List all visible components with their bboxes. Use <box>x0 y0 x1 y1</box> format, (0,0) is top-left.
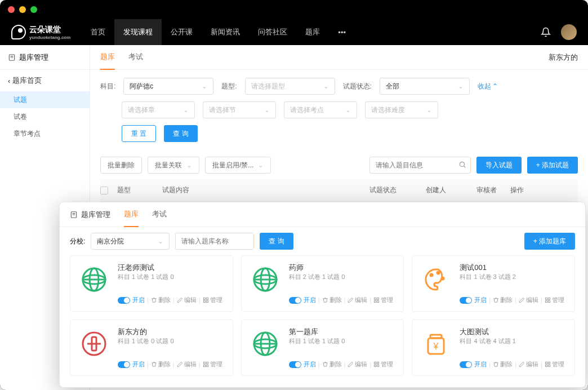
toggle-on[interactable] <box>289 297 301 304</box>
card-edit[interactable]: 编辑 <box>348 296 367 304</box>
toggle-on[interactable] <box>289 361 301 368</box>
batch-link-select[interactable]: 批量关联 ⌄ <box>148 157 199 174</box>
branch-label: 分校: <box>70 237 85 246</box>
nav-item-1[interactable]: 发现课程 <box>114 19 162 45</box>
sidebar-item-2[interactable]: 章节考点 <box>0 125 90 142</box>
add-question-button[interactable]: + 添加试题 <box>527 157 578 174</box>
batch-toggle-select[interactable]: 批量启用/禁... ⌄ <box>205 157 271 174</box>
nav-item-3[interactable]: 新闻资讯 <box>202 19 249 45</box>
card-delete[interactable]: 删除 <box>322 360 342 369</box>
card-edit[interactable]: 编辑 <box>348 360 367 369</box>
bank-card[interactable]: ¥大图测试科目 4 试卷 4 试题 1开启|删除|编辑|管理 <box>412 320 575 376</box>
nav-item-4[interactable]: 问答社区 <box>249 19 296 45</box>
difficulty-select[interactable]: 请选择难度⌄ <box>365 101 438 118</box>
card-meta: 科目 1 试卷 1 试题 0 <box>289 337 397 345</box>
svg-rect-46 <box>377 365 379 366</box>
close-icon[interactable] <box>8 6 15 13</box>
svg-rect-13 <box>203 298 205 299</box>
nav-item-2[interactable]: 公开课 <box>162 19 202 45</box>
sidebar-item-0[interactable]: 试题 <box>0 91 90 108</box>
card-manage[interactable]: 管理 <box>373 360 393 369</box>
nav-item-5[interactable]: 题库 <box>296 19 329 45</box>
card-delete[interactable]: 删除 <box>322 296 342 304</box>
front-query-button[interactable]: 查 询 <box>260 233 293 250</box>
subject-select[interactable]: 阿萨德c⌄ <box>123 78 213 95</box>
front-tab-1[interactable]: 考试 <box>152 202 167 227</box>
svg-line-4 <box>464 166 465 168</box>
card-actions: 开启|删除|编辑|管理 <box>289 360 397 369</box>
reset-button[interactable]: 重 置 <box>122 125 156 142</box>
bank-name-input[interactable] <box>175 233 254 250</box>
card-manage[interactable]: 管理 <box>203 360 222 369</box>
card-title: 测试001 <box>460 263 568 273</box>
bank-card[interactable]: 汪老师测试科目 1 试卷 1 试题 0开启|删除|编辑|管理 <box>70 255 233 312</box>
chapter-select[interactable]: 请选择章⌄ <box>122 101 195 118</box>
sidebar-back[interactable]: ‹ 题库首页 <box>0 70 90 91</box>
svg-rect-23 <box>375 300 376 302</box>
search-input[interactable] <box>369 157 471 174</box>
add-bank-button[interactable]: + 添加题库 <box>524 233 575 250</box>
front-tab-0[interactable]: 题库 <box>124 202 139 227</box>
status-label: 试题状态: <box>343 82 372 91</box>
avatar[interactable] <box>561 24 577 40</box>
status-select[interactable]: 全部⌄ <box>380 78 470 95</box>
type-select[interactable]: 请选择题型⌄ <box>245 78 335 95</box>
card-meta: 科目 2 试卷 1 试题 0 <box>289 273 397 281</box>
card-icon <box>77 263 111 296</box>
toggle-on[interactable] <box>460 297 472 304</box>
card-title: 汪老师测试 <box>118 263 226 273</box>
nav-more[interactable]: ••• <box>329 19 355 45</box>
card-delete[interactable]: 删除 <box>493 296 513 304</box>
toggle-on[interactable] <box>118 297 130 304</box>
svg-rect-30 <box>545 300 547 302</box>
section-select[interactable]: 请选择节⌄ <box>203 101 276 118</box>
card-actions: 开启|删除|编辑|管理 <box>460 296 568 304</box>
maximize-icon[interactable] <box>30 6 37 13</box>
card-manage[interactable]: 管理 <box>203 296 222 304</box>
card-manage[interactable]: 管理 <box>373 296 393 304</box>
bank-card[interactable]: 第一题库科目 1 试卷 1 试题 0开启|删除|编辑|管理 <box>241 320 404 376</box>
import-button[interactable]: 导入试题 <box>476 157 522 174</box>
point-select[interactable]: 请选择考点⌄ <box>284 101 357 118</box>
toolbar: 批量删除 批量关联 ⌄ 批量启用/禁... ⌄ 导入试题 + 添加试题 <box>90 157 588 179</box>
bell-icon[interactable] <box>541 27 551 37</box>
nav-item-0[interactable]: 首页 <box>82 19 114 45</box>
bank-card[interactable]: 测试001科目 1 试卷 3 试题 2开启|删除|编辑|管理 <box>412 255 575 312</box>
svg-text:¥: ¥ <box>433 342 439 351</box>
card-edit[interactable]: 编辑 <box>177 296 197 304</box>
svg-rect-28 <box>545 298 547 299</box>
card-delete[interactable]: 删除 <box>151 296 171 304</box>
card-delete[interactable]: 删除 <box>151 360 171 369</box>
toggle-on[interactable] <box>118 361 130 368</box>
card-edit[interactable]: 编辑 <box>519 360 538 369</box>
select-all-checkbox[interactable] <box>100 187 108 194</box>
logo-icon <box>11 25 26 39</box>
minimize-icon[interactable] <box>19 6 26 13</box>
sidebar-item-1[interactable]: 试卷 <box>0 108 90 125</box>
card-edit[interactable]: 编辑 <box>519 296 538 304</box>
batch-delete-button[interactable]: 批量删除 <box>100 157 142 174</box>
search-icon[interactable] <box>458 161 466 169</box>
current-bank-name: 新东方的 <box>549 52 578 63</box>
card-meta: 科目 1 试卷 0 试题 0 <box>118 337 226 345</box>
tab-0[interactable]: 题库 <box>100 45 115 70</box>
collapse-link[interactable]: 收起 ⌃ <box>478 82 498 91</box>
bank-card[interactable]: 新东方的科目 1 试卷 0 试题 0开启|删除|编辑|管理 <box>70 320 233 376</box>
svg-rect-15 <box>203 300 205 302</box>
branch-select[interactable]: 南京分院⌄ <box>91 233 170 250</box>
card-manage[interactable]: 管理 <box>545 360 564 369</box>
nav: 首页发现课程公开课新闻资讯问答社区题库 <box>82 19 329 45</box>
card-edit[interactable]: 编辑 <box>177 360 197 369</box>
card-icon <box>248 327 282 361</box>
svg-rect-22 <box>377 298 379 299</box>
bank-card[interactable]: 药师科目 2 试卷 1 试题 0开启|删除|编辑|管理 <box>241 255 404 312</box>
svg-rect-44 <box>377 362 379 364</box>
svg-rect-29 <box>548 298 550 299</box>
card-manage[interactable]: 管理 <box>545 296 564 304</box>
logo[interactable]: 云朵课堂 yunduoketang.com <box>11 25 70 40</box>
tab-1[interactable]: 考试 <box>128 45 143 70</box>
toggle-on[interactable] <box>460 361 472 368</box>
svg-rect-45 <box>375 365 376 366</box>
card-delete[interactable]: 删除 <box>493 360 513 369</box>
query-button[interactable]: 查 询 <box>164 125 197 142</box>
